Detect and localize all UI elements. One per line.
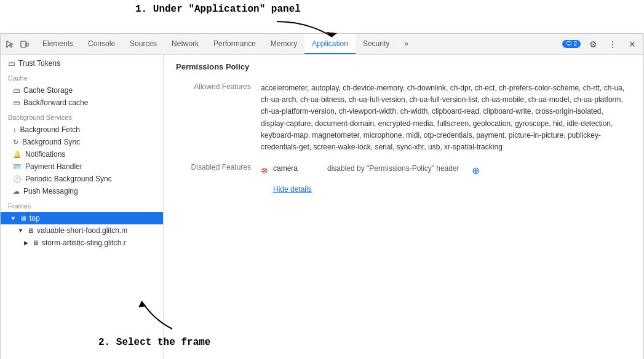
svg-rect-2 <box>26 43 28 46</box>
tab-bar: Elements Console Sources Network Perform… <box>35 34 562 54</box>
main-panel: Permissions Policy Allowed Features acce… <box>164 55 643 359</box>
error-icon: ⊗ <box>261 164 268 177</box>
frame-icon-1: 🖥 <box>27 227 34 234</box>
tab-performance[interactable]: Performance <box>206 34 263 54</box>
sync-icon: ↻ <box>13 138 18 146</box>
disabled-feature-name: camera <box>273 163 322 175</box>
disabled-feature-reason: disabled by "Permissions-Policy" header <box>327 163 459 175</box>
content-area: 🗃 Trust Tokens Cache 🗃 Cache Storage 🗃 B… <box>1 55 643 359</box>
annotation-label-1: 1. Under "Application" panel <box>135 4 301 15</box>
frame-icon-2: 🖥 <box>32 239 39 247</box>
sidebar-item-background-sync[interactable]: ↻ Background Sync <box>1 136 163 148</box>
disabled-features-label: Disabled Features <box>176 156 256 198</box>
sidebar-item-back-forward-cache[interactable]: 🗃 Back/forward cache <box>1 97 163 109</box>
frame-icon: 🖥 <box>20 215 26 222</box>
sidebar-item-background-fetch[interactable]: ↕ Background Fetch <box>1 124 163 136</box>
cloud-icon: ☁ <box>13 187 20 195</box>
expand-sub1-icon: ▼ <box>18 227 23 234</box>
panel-title: Permissions Policy <box>176 62 631 71</box>
bell-icon: 🔔 <box>13 151 22 159</box>
background-services-section-label: Background Services <box>1 109 163 124</box>
device-icon[interactable] <box>19 39 30 50</box>
inspect-icon[interactable] <box>4 39 15 50</box>
allowed-features-label: Allowed Features <box>176 80 256 156</box>
more-options-button[interactable]: ⋮ <box>605 37 620 52</box>
sidebar-item-trust-tokens[interactable]: 🗃 Trust Tokens <box>1 57 163 69</box>
badge-count: 2 <box>573 41 577 47</box>
expand-sub2-icon: ▶ <box>24 240 28 246</box>
permissions-table: Allowed Features accelerometer, autoplay… <box>176 80 631 198</box>
hide-details-link[interactable]: Hide details <box>261 184 626 195</box>
messages-badge[interactable]: 🗨 2 <box>562 40 581 48</box>
tab-application[interactable]: Application <box>304 34 356 54</box>
tab-memory[interactable]: Memory <box>263 34 304 54</box>
disabled-feature-entry: ⊗ camera disabled by "Permissions-Policy… <box>261 163 626 179</box>
periodic-sync-icon: 🕐 <box>13 175 22 183</box>
svg-rect-1 <box>21 41 26 47</box>
sidebar-item-frame2[interactable]: ▶ 🖥 storm-artistic-sting.glitch.r <box>1 237 163 249</box>
sidebar-item-top-frame[interactable]: ▼ 🖥 top <box>1 212 163 224</box>
tab-console[interactable]: Console <box>81 34 122 54</box>
allowed-features-row: Allowed Features accelerometer, autoplay… <box>176 80 631 156</box>
tab-security[interactable]: Security <box>356 34 397 54</box>
close-button[interactable]: ✕ <box>625 37 640 52</box>
sidebar-item-push-messaging[interactable]: ☁ Push Messaging <box>1 185 163 197</box>
payment-icon: 🪪 <box>13 163 22 171</box>
fetch-icon: ↕ <box>13 126 17 133</box>
chat-icon: 🗨 <box>566 41 572 47</box>
disabled-features-row: Disabled Features ⊗ camera disabled by "… <box>176 156 631 198</box>
expand-icon: ▼ <box>10 215 16 221</box>
tab-sources[interactable]: Sources <box>122 34 164 54</box>
devtools-panel: Elements Console Sources Network Perform… <box>0 33 644 359</box>
sidebar-item-frame1[interactable]: ▼ 🖥 valuable-short-food.glitch.m <box>1 224 163 237</box>
back-forward-icon: 🗃 <box>13 99 20 106</box>
tab-more[interactable]: » <box>397 34 416 54</box>
refresh-icon[interactable]: ⊕ <box>472 163 480 179</box>
database-icon: 🗃 <box>8 60 15 67</box>
toolbar: Elements Console Sources Network Perform… <box>1 34 643 55</box>
cache-section-label: Cache <box>1 69 163 84</box>
tab-elements[interactable]: Elements <box>35 34 81 54</box>
toolbar-right: 🗨 2 ⚙ ⋮ ✕ <box>562 37 640 52</box>
sidebar-item-cache-storage[interactable]: 🗃 Cache Storage <box>1 84 163 97</box>
allowed-features-value: accelerometer, autoplay, ch-device-memor… <box>256 80 631 156</box>
tab-network[interactable]: Network <box>164 34 206 54</box>
toolbar-left-icons <box>4 39 30 50</box>
settings-button[interactable]: ⚙ <box>586 37 600 52</box>
frames-section-label: Frames <box>1 197 163 212</box>
cache-storage-icon: 🗃 <box>13 87 20 94</box>
sidebar: 🗃 Trust Tokens Cache 🗃 Cache Storage 🗃 B… <box>1 55 164 359</box>
sidebar-item-notifications[interactable]: 🔔 Notifications <box>1 148 163 160</box>
sidebar-item-periodic-bg-sync[interactable]: 🕐 Periodic Background Sync <box>1 173 163 185</box>
sidebar-item-payment-handler[interactable]: 🪪 Payment Handler <box>1 160 163 173</box>
disabled-features-value: ⊗ camera disabled by "Permissions-Policy… <box>256 156 631 198</box>
